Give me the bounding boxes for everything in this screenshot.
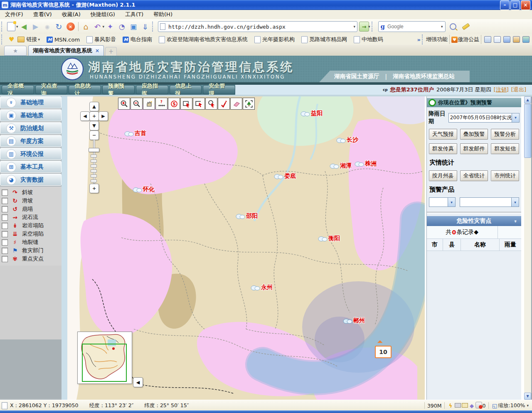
rain-date-select[interactable]: 2007年05月05日08时实况 ▾ [448,113,520,123]
product-select-2[interactable]: ▾ [460,197,519,207]
magic-wand-button[interactable]: ✦ [105,21,116,32]
monthly-county-button[interactable]: 按月州县 [429,170,457,181]
link-baofeng[interactable]: 暴风影音 [86,36,116,43]
layer-checkbox[interactable] [2,223,8,229]
page-scrollbar[interactable]: ▲ ▼ [524,96,531,400]
measure-area-tool[interactable]: S [168,98,180,110]
proxy-diamond-icon[interactable]: ◆ [468,403,475,409]
city-marker[interactable]: 娄底 [273,172,296,180]
sidebar-splitter[interactable] [62,96,68,400]
menu-groups[interactable]: 快捷组(G) [86,11,120,18]
weather-forecast-button[interactable]: 天气预报 [429,129,457,140]
favorites-star-button[interactable]: ★ [4,46,27,56]
link-land-resources[interactable]: 湖南省国土资源厅 [334,73,379,80]
forward-button[interactable]: ▶ [30,21,41,32]
more-links-chevron[interactable]: » [417,37,421,43]
panel-annual-plan[interactable]: ▤年度方案 [0,135,62,147]
tab-close-icon[interactable]: × [95,48,99,54]
measure-distance-tool[interactable]: ? [155,98,167,110]
pan-right-button[interactable]: ▶ [99,111,108,121]
search-box[interactable]: g ▾ [378,21,446,32]
home-button[interactable]: ⌂ [81,21,91,32]
city-marker[interactable]: 永州 [250,284,273,291]
address-bar[interactable]: ▾ [158,21,357,32]
panel-base-geography[interactable]: »基础地理 [0,96,62,108]
links-folder[interactable]: 链接▾ [17,36,40,43]
go-dropdown[interactable]: ▾ [368,25,370,29]
pan-center-button[interactable]: + [89,111,99,121]
panel-basic-tools[interactable]: ⊞基本工具 [0,161,62,173]
zoom-out-button[interactable]: − [89,130,99,140]
notes-icon[interactable] [503,36,510,43]
refresh-button[interactable]: ↻ [54,21,64,32]
new-page-button[interactable] [6,21,17,32]
enhance-features-link[interactable]: 增强功能 [426,36,448,43]
city-marker[interactable]: 郴州 [342,317,365,324]
search-icon[interactable] [450,23,456,30]
mass-email-button[interactable]: 群发邮件 [460,143,488,154]
nav-info-stats[interactable]: 信息统计 [69,85,101,94]
city-marker[interactable]: 长沙 [336,136,358,144]
undo-dropdown[interactable]: ▾ [103,25,105,29]
address-dropdown[interactable]: ▾ [354,25,356,29]
select-polygon-tool[interactable] [193,98,205,110]
window-icon[interactable] [494,36,501,43]
layer-checkbox[interactable] [2,231,8,237]
zoom-dropdown[interactable]: ▾ [527,403,529,408]
overview-collapse-button[interactable]: ◀ [133,377,143,387]
mass-sms-button[interactable]: 群发短信 [491,143,519,154]
city-marker[interactable]: 株洲 [354,160,377,167]
download-button[interactable]: ⇓ [140,21,150,32]
collapse-chevron-icon[interactable]: » [513,219,518,222]
search-input[interactable] [387,23,440,30]
layer-checkbox[interactable] [2,198,8,204]
zoom-out-tool[interactable] [131,98,143,110]
pan-up-button[interactable]: ▲ [89,102,99,111]
highlighter-icon[interactable] [462,23,470,30]
zoom-slider-handle[interactable] [89,148,99,152]
city-stats-button[interactable]: 市州统计 [491,170,519,181]
nav-disaster-query[interactable]: 灾点查询 [35,85,68,94]
stop-button[interactable]: × [65,21,76,32]
window-refresh-button[interactable]: ▣ [128,21,139,32]
city-marker[interactable]: 怀化 [132,186,155,193]
favorites-heart-icon[interactable]: ♥ [9,36,14,43]
link-photo[interactable]: 光年摄影机构 [254,36,295,43]
messenger-icon[interactable] [484,36,491,43]
menu-view[interactable]: 查看(V) [28,11,57,18]
new-tab-button[interactable]: + [105,47,117,56]
zoom-level[interactable]: 缩放:100% [498,402,525,409]
nav-emergency[interactable]: 应急指挥 [136,85,168,94]
overview-viewport-rect[interactable] [82,344,127,382]
panel-env-bulletin[interactable]: ▥环境公报 [0,148,62,160]
link-milu[interactable]: 觅路城市精品网 [301,36,347,43]
add-point-tool[interactable] [218,98,230,110]
overlay-warning-button[interactable]: 叠加预警 [460,129,488,140]
search-engine-dropdown[interactable]: ▾ [441,25,443,29]
panel-disaster-data[interactable]: ◕灾害数据 [0,174,62,186]
menu-file[interactable]: 文件(F) [0,11,28,18]
mass-fax-button[interactable]: 群发传真 [429,143,457,154]
link-geo-monitoring[interactable]: 湖南省地质环境监测总站 [393,73,455,80]
minimize-button[interactable]: – [500,0,510,10]
go-button[interactable]: → [359,22,369,32]
zoom-in-tool[interactable] [118,98,130,110]
close-button[interactable]: × [521,0,530,10]
printer-icon[interactable] [454,403,461,409]
logout-link[interactable]: [注销] [494,86,509,93]
city-marker[interactable]: 湘潭 [329,162,352,170]
back-button[interactable]: ◀ [19,21,30,32]
warning-analysis-button[interactable]: 预警分析 [491,129,519,140]
panel-base-geology[interactable]: ▣基础地质 [0,109,62,121]
city-marker[interactable]: 益阳 [300,110,323,117]
select-rect-tool[interactable] [180,98,192,110]
full-extent-tool[interactable] [243,98,255,110]
link-msn[interactable]: MMSN.com [47,37,80,43]
layer-checkbox[interactable] [2,239,8,246]
maxthon-charity-link[interactable]: 傲游公益 [458,36,479,43]
brush-icon[interactable] [513,36,520,43]
nav-info-report[interactable]: 信息上报 [170,85,202,94]
nav-overview[interactable]: 全省概况 [2,85,34,94]
link-radio[interactable]: M电台指南 [123,36,152,43]
province-stats-button[interactable]: 全省统计 [460,170,488,181]
